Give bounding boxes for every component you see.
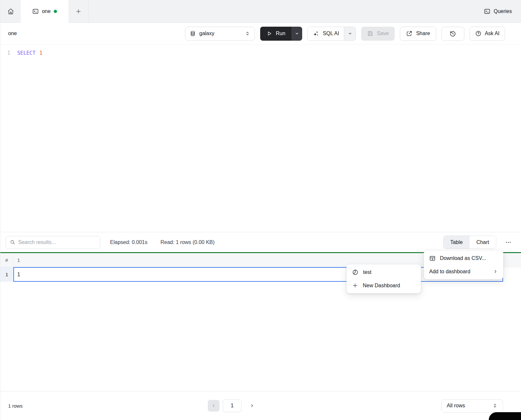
pie-chart-icon [352,269,359,276]
dashboard-submenu: test New Dashboard [346,264,421,293]
query-toolbar: one galaxy Run [0,23,521,45]
search-icon [10,239,15,245]
search-results-input[interactable] [18,239,96,245]
sql-literal: 1 [39,50,42,56]
search-box [6,236,100,249]
sql-console-window: one Queries one galaxy [0,0,521,420]
next-page-button[interactable] [246,400,258,412]
history-icon [449,30,456,37]
home-button[interactable] [0,0,21,23]
submenu-item-label: test [363,269,372,275]
ask-ai-label: Ask AI [485,31,500,36]
menu-item-label: Add to dashboard [429,269,470,275]
play-icon [266,31,272,36]
code-line: 1 SELECT 1 [0,49,521,57]
updown-chevron-icon [492,403,498,408]
submenu-item-label: New Dashboard [363,283,400,289]
rows-count: 1 rows [8,403,22,409]
sql-ai-button[interactable]: SQL AI [308,27,344,40]
save-label: Save [377,31,388,36]
queries-label: Queries [494,8,512,14]
chevron-right-icon [493,269,498,274]
chevron-right-icon [250,403,254,408]
run-label: Run [276,31,285,36]
share-button[interactable]: Share [400,27,436,41]
run-dropdown-button[interactable] [291,27,302,41]
queries-button[interactable]: Queries [484,8,512,15]
save-icon [367,30,373,37]
tab-chart[interactable]: Chart [470,236,496,249]
tab-status-dot [54,10,57,13]
results-toolbar: Elapsed: 0.001s Read: 1 rows (0.00 KB) T… [0,232,521,252]
ellipsis-icon [505,239,512,246]
read-stat: Read: 1 rows (0.00 KB) [161,239,215,245]
rows-per-page-select[interactable]: All rows [441,399,503,413]
view-toggle: Table Chart [443,236,496,249]
updown-chevron-icon [245,31,250,36]
menu-item-add-to-dashboard[interactable]: Add to dashboard [424,265,503,278]
tab-bar: one Queries [0,0,521,23]
page-title: one [8,31,180,36]
sql-ai-button-group: SQL AI [307,27,356,41]
status-bar: 1 rows 1 All rows [0,391,521,420]
corner-widget [489,412,521,420]
submenu-item-test[interactable]: test [347,265,421,279]
terminal-icon [484,8,490,15]
menu-item-download-csv[interactable]: Download as CSV... [424,251,503,265]
chevron-down-icon [348,31,352,36]
sparkles-icon [313,30,319,37]
index-column-header: # [0,253,13,267]
chevron-left-icon [211,403,216,408]
sql-keyword: SELECT [17,50,35,56]
menu-item-label: Download as CSV... [440,255,486,261]
database-icon [190,31,196,36]
chevron-down-icon [295,31,299,36]
table-icon [429,255,436,262]
share-label: Share [416,31,430,36]
submenu-item-new-dashboard[interactable]: New Dashboard [347,279,421,292]
elapsed-stat: Elapsed: 0.001s [110,239,148,245]
database-selector-label: galaxy [199,31,214,36]
terminal-icon [32,8,39,15]
save-button[interactable]: Save [361,27,394,41]
tab-one[interactable]: one [21,0,68,23]
results-context-menu: Download as CSV... Add to dashboard [424,250,503,279]
run-button[interactable]: Run [260,27,291,41]
home-icon [7,8,14,15]
results-empty-area [0,282,521,391]
plus-icon [352,282,358,289]
plus-icon [75,8,82,15]
code-editor[interactable]: 1 SELECT 1 [0,45,521,232]
pagination: 1 [208,399,258,412]
prev-page-button[interactable] [208,400,219,412]
tab-bar-spacer: Queries [89,0,521,23]
history-button[interactable] [442,27,464,41]
line-number: 1 [0,50,17,56]
new-tab-button[interactable] [68,0,89,23]
sql-ai-label: SQL AI [323,31,339,36]
more-options-button[interactable] [503,237,513,247]
database-selector[interactable]: galaxy [185,27,255,41]
run-button-group: Run [260,27,302,41]
help-circle-icon [475,30,482,37]
tab-label: one [42,8,51,14]
ask-ai-button[interactable]: Ask AI [470,27,505,41]
rows-per-page-label: All rows [447,403,465,409]
row-index: 1 [0,267,13,282]
share-icon [406,30,413,37]
sql-ai-dropdown-button[interactable] [344,27,356,40]
tab-table[interactable]: Table [444,236,470,249]
page-number-button[interactable]: 1 [223,399,242,412]
